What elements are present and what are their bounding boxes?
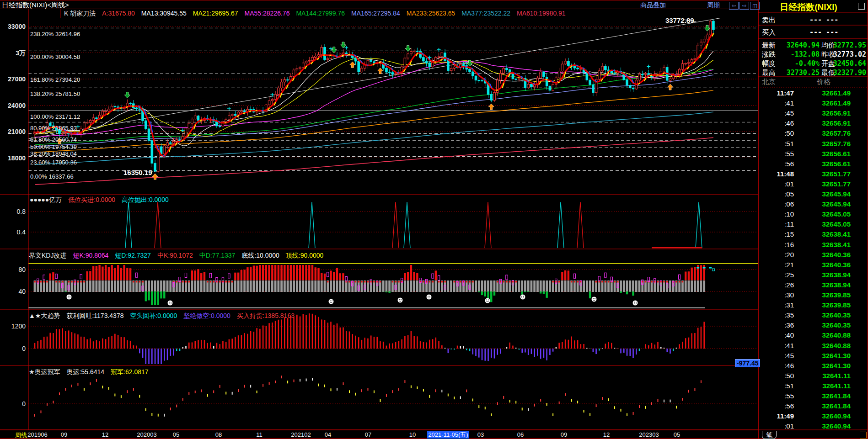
stat-label: 最新	[762, 41, 776, 50]
tape-row: :5032657.76	[759, 129, 867, 139]
header-item: ▲★大趋势	[29, 312, 60, 319]
tape-price: 32639.85	[800, 291, 851, 299]
header-item: 短D:92.7327	[115, 252, 151, 259]
fib-level-label: 161.80% 27394.20	[30, 76, 80, 83]
fib-level-label: 238.20% 32614.96	[30, 31, 80, 37]
tape-time: :55	[759, 150, 794, 158]
fib-level-label: 100.00% 23171.12	[30, 113, 80, 120]
selected-date-cursor[interactable]: 2021-11-05(五)	[427, 431, 469, 439]
tape-row: :5632641.84	[759, 402, 867, 412]
header-item: MA144:27999.76	[296, 10, 345, 17]
header-item: 中D:77.1337	[199, 252, 236, 259]
tape-time: :01	[759, 180, 794, 188]
fib-level-label: 200.00% 30004.58	[30, 53, 80, 60]
tape-time: :55	[759, 392, 794, 400]
quote-panel-title: 日经指数(NIXI)	[759, 1, 858, 13]
stat-value: 32327.90	[827, 69, 866, 77]
tape-time: :41	[759, 342, 794, 349]
tape-row: :1032645.05	[759, 210, 867, 220]
tape-price: 32640.36	[800, 261, 851, 269]
prev-arrow-icon[interactable]: ⇦	[729, 2, 739, 10]
tape-price: 32638.41	[800, 241, 851, 249]
fib-level-label: 80.90% 21865.93	[30, 125, 77, 132]
tape-row: :4532656.91	[759, 109, 867, 119]
tape-time: 11:48	[759, 170, 794, 178]
stat-label: 涨跌	[762, 50, 776, 59]
indicator-values-bar: K 胡家刀法A:31675.80MA13:30945.55MA21:29695.…	[64, 10, 572, 17]
fib-level-label: 50.00% 19754.39	[30, 143, 77, 150]
time-tick: 07	[365, 431, 371, 438]
time-tick: 10	[409, 431, 416, 438]
stat-label: 最高	[762, 69, 776, 77]
tape-price: 32640.94	[800, 422, 851, 430]
tape-time: :26	[759, 281, 794, 289]
tape-price: 32638.94	[800, 271, 851, 279]
header-item: 冠军:62.0817	[111, 368, 149, 376]
stat-value: 32450.64	[827, 59, 866, 68]
period-label: 周线	[15, 431, 27, 439]
time-tick: 201906	[27, 431, 47, 438]
period-link[interactable]: 周期	[707, 1, 720, 9]
tape-price: 32638.94	[800, 281, 851, 289]
tape-price: 32657.76	[800, 129, 851, 137]
tape-price: 32641.84	[800, 392, 851, 400]
panel-tick: 0	[0, 400, 26, 407]
header-item: MA610:19980.91	[517, 10, 566, 17]
tape-price: 32661.49	[800, 99, 851, 107]
tape-time: :56	[759, 160, 794, 168]
panel3-header: 界文KDJ改进短K:90.8064短D:92.7327中K:90.1072中D:…	[29, 252, 330, 259]
header-item: MA13:30945.55	[141, 10, 187, 17]
panel-tick: 1200	[0, 323, 26, 330]
panel-tick: 0	[0, 345, 26, 352]
tape-time: :45	[759, 109, 794, 117]
fib-level-label: 61.80% 20560.74	[30, 136, 77, 143]
tape-time: :56	[759, 402, 794, 410]
panel2-header: ●●●●●亿万低位买进:0.0000高位抛出:0.0000	[30, 196, 175, 203]
next-arrow-icon[interactable]: ⇨	[739, 2, 749, 10]
maximize-icon[interactable]	[858, 3, 865, 10]
tape-time: :41	[759, 99, 794, 107]
panel5-header: ★奥运冠军奥运:55.6414冠军:62.0817	[29, 368, 155, 376]
tape-row: :4632641.30	[759, 362, 867, 372]
header-item: 短K:90.8064	[73, 252, 108, 259]
trading-terminal-window: 日经指数(NIXI)<周线> 商品叠加 周期 ⇦⇨◫ K 胡家刀法A:31675…	[0, 0, 868, 439]
overlay-commodity-link[interactable]: 商品叠加	[640, 1, 666, 9]
tape-price: 32656.61	[800, 160, 851, 168]
stat-value: -0.40%	[780, 59, 820, 68]
time-tick: 12	[603, 431, 610, 438]
buy-label: 买入	[762, 28, 776, 37]
tape-time: :35	[759, 311, 794, 319]
tape-col-time: 北京	[762, 78, 776, 86]
fib-level-label: 138.20% 25781.50	[30, 90, 80, 97]
tape-row: :3132639.85	[759, 301, 867, 311]
tape-price: 32645.94	[800, 200, 851, 208]
tape-price: 32640.35	[800, 311, 851, 319]
tape-price: 32645.94	[800, 190, 851, 198]
tape-time: :01	[759, 422, 794, 430]
header-item: ★奥运冠军	[29, 368, 60, 376]
tape-row: :5132657.76	[759, 140, 867, 150]
sell-value: --- ---	[809, 16, 838, 24]
tape-price: 32640.88	[800, 331, 851, 339]
price-tick: 21000	[0, 128, 26, 135]
header-item: MA21:29695.67	[193, 10, 238, 17]
tape-row: :5532641.84	[759, 392, 867, 402]
corner-grip[interactable]	[860, 432, 867, 439]
tape-time: :50	[759, 372, 794, 380]
tape-row: :2632638.94	[759, 281, 867, 291]
tape-row: 11:4732661.49	[759, 89, 867, 99]
tape-row: :4132640.88	[759, 342, 867, 352]
stat-value: 32772.95	[827, 41, 866, 49]
tape-price: 32640.88	[800, 342, 851, 349]
panel4-header: ▲★大趋势获利回吐:1173.4378空头回补:0.0000坚绝做空:0.000…	[29, 312, 301, 319]
time-tick: 03	[477, 431, 484, 438]
tape-row: :2032640.36	[759, 251, 867, 261]
stat-value: -132.08	[780, 50, 820, 58]
header-item: MA55:28226.76	[245, 10, 290, 17]
tape-price: 32651.77	[800, 170, 851, 178]
tape-tab-bi[interactable]: 笔	[762, 431, 777, 439]
fib-level-label: 38.20% 18948.04	[30, 150, 77, 157]
time-tick: 09	[561, 431, 567, 438]
tape-row: :3632640.35	[759, 321, 867, 331]
split-view-icon[interactable]: ◫	[750, 2, 760, 10]
